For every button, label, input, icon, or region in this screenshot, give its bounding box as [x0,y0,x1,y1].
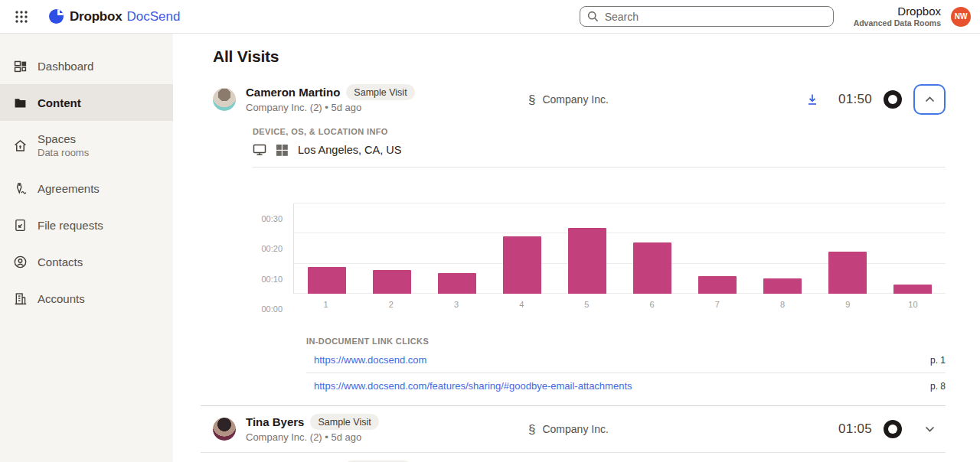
visit-location: Los Angeles, CA, US [298,144,401,156]
link-clicks-section: IN-DOCUMENT LINK CLICKS https://www.docs… [306,337,946,399]
account-org: Dropbox [854,5,941,19]
account-info: Dropbox Advanced Data Rooms [854,5,941,29]
chart-y-tick-label: 00:00 [261,304,283,314]
chart-bar [373,270,411,294]
clicked-link-url[interactable]: https://www.docsend.com/features/sharing… [314,380,632,392]
chart-y-tick-label: 00:10 [261,275,283,284]
sidebar-item-file-requests[interactable]: File requests [0,207,173,243]
chart-y-axis: 00:0000:1000:2000:30 [253,203,293,309]
chart-bar [828,252,867,294]
sample-visit-badge: Sample Visit [310,414,378,430]
visit-detail-panel: DEVICE, OS, & LOCATION INFO [201,122,946,406]
account-plan: Advanced Data Rooms [854,18,941,28]
chart-bar [763,278,802,294]
chart-bar [893,285,932,294]
visit-link-name[interactable]: Company Inc. [542,93,608,106]
chevron-up-icon [925,96,935,102]
visit-row-cameron[interactable]: Cameron Martino Sample Visit Company Inc… [201,76,946,122]
visit-row-summer[interactable]: Summer Preston Sample Visit Company Inc.… [201,453,946,462]
visitor-name: Cameron Martino [246,85,340,100]
brand-logo[interactable]: Dropbox DocSend [49,9,180,24]
chart-x-tick-label: 4 [489,300,554,309]
sidebar-item-label: Agreements [38,182,100,195]
visitor-avatar [213,88,236,111]
chart-x-tick-label: 10 [880,300,946,309]
device-section-title: DEVICE, OS, & LOCATION INFO [253,127,946,136]
link-click-row: https://www.docsend.com p. 1 [306,347,946,373]
expand-visit-button[interactable] [913,414,946,444]
visitor-avatar [213,418,236,441]
chart-x-axis: 12345678910 [293,300,946,309]
sidebar-item-label: Dashboard [38,60,93,73]
view-progress-donut [884,420,902,438]
sidebar-item-label: File requests [38,219,103,232]
clicked-link-url[interactable]: https://www.docsend.com [314,354,426,366]
chart-x-tick-label: 7 [684,300,750,309]
dashboard-icon [12,58,28,73]
chart-x-tick-label: 9 [815,300,880,309]
user-avatar[interactable]: NW [951,7,971,27]
link-click-row: https://www.docsend.com/features/sharing… [306,373,946,399]
link-page-ref: p. 1 [930,355,946,366]
sidebar-item-label: Content [38,96,81,109]
page-time-chart: 00:0000:1000:2000:30 12345678910 [253,203,946,309]
search-input[interactable] [580,6,834,27]
visit-link-name[interactable]: Company Inc. [542,423,608,435]
view-progress-donut [884,90,902,109]
contact-icon [12,254,28,269]
link-icon: § [528,93,535,106]
link-icon: § [528,423,535,436]
chevron-down-icon [925,426,935,432]
link-page-ref: p. 8 [930,381,946,392]
visitor-name: Tina Byers [246,415,304,430]
sidebar-item-accounts[interactable]: Accounts [0,280,173,317]
visitor-meta: Company Inc. (2) • 5d ago [246,102,415,115]
chart-x-tick-label: 5 [554,300,619,309]
desktop-icon [253,144,266,156]
search-icon [587,11,599,22]
top-header: Dropbox DocSend Dropbox Advanced Data Ro… [0,0,980,34]
visit-row-tina[interactable]: Tina Byers Sample Visit Company Inc. (2)… [201,406,946,453]
pen-signature-icon [12,181,28,196]
chart-x-tick-label: 6 [619,300,684,309]
detail-divider [253,167,946,168]
building-icon [12,291,28,306]
chart-bar [503,236,541,294]
chart-x-tick-label: 2 [358,300,423,309]
page-title: All Visits [213,47,946,66]
sidebar: Dashboard Content Spaces Data rooms [0,34,173,462]
home-lock-icon [12,138,28,153]
sidebar-item-label: Contacts [38,255,83,268]
chart-bar [438,273,476,294]
sidebar-item-sublabel: Data rooms [38,147,89,160]
folder-icon [12,95,28,110]
sidebar-item-agreements[interactable]: Agreements [0,170,173,207]
sidebar-item-spaces[interactable]: Spaces Data rooms [0,121,173,170]
chart-bar [633,242,671,294]
sample-visit-badge: Sample Visit [346,84,414,100]
chart-plot [293,203,946,294]
file-request-icon [12,217,28,233]
sidebar-item-dashboard[interactable]: Dashboard [0,47,173,84]
windows-os-icon [276,145,288,156]
collapse-visit-button[interactable] [913,84,946,115]
chart-x-tick-label: 8 [750,300,815,309]
visitor-meta: Company Inc. (2) • 5d ago [246,431,379,444]
sidebar-item-label: Accounts [38,292,85,305]
search-box [580,6,834,27]
sidebar-item-content[interactable]: Content [0,84,173,121]
chart-x-tick-label: 1 [293,300,358,309]
visit-duration: 01:50 [832,92,872,107]
docsend-logo-icon [49,9,64,24]
sidebar-item-contacts[interactable]: Contacts [0,243,173,280]
sidebar-item-label: Spaces [38,132,89,147]
chart-y-tick-label: 00:30 [261,214,283,223]
chart-bar [308,267,346,294]
chart-bar [568,228,606,294]
apps-grid-icon[interactable] [11,6,32,28]
brand-suite: DocSend [126,9,180,24]
link-clicks-title: IN-DOCUMENT LINK CLICKS [306,337,946,346]
chart-x-tick-label: 3 [423,300,488,309]
download-icon[interactable] [805,93,821,106]
visit-duration: 01:05 [832,421,872,437]
